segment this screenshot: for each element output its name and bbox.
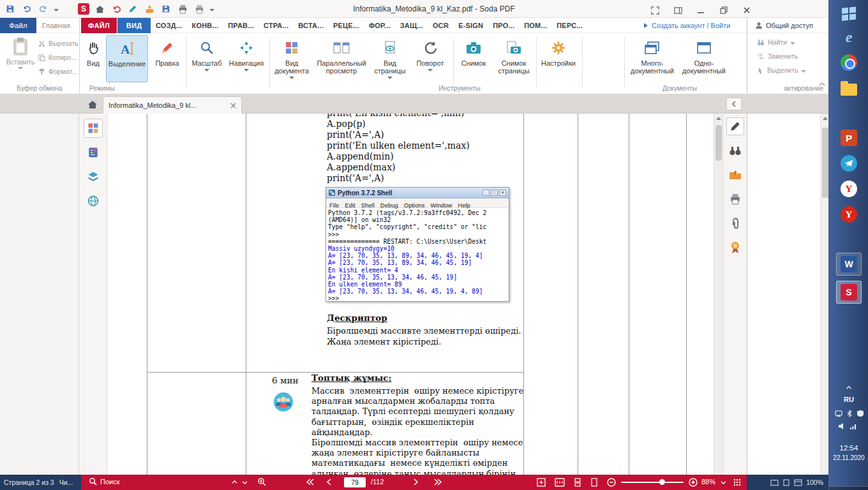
word-page-status[interactable]: Страница 2 из 3 xyxy=(4,479,54,486)
search-button[interactable]: Поиск xyxy=(89,477,119,486)
restore-button[interactable] xyxy=(717,4,730,17)
find-previous-icon[interactable] xyxy=(232,480,237,484)
fullscreen-icon[interactable] xyxy=(648,4,661,17)
word-paste-button[interactable]: Вставить xyxy=(5,36,36,82)
ribbon-select-button[interactable]: A Выделение xyxy=(106,35,148,82)
clock-time[interactable]: 12:54 xyxy=(829,444,868,452)
ribbon-tab[interactable]: ПОМ... xyxy=(524,18,547,33)
tray-expand-icon[interactable] xyxy=(846,385,852,390)
ribbon-page-view-button[interactable]: Вид страницы xyxy=(371,35,408,82)
qat-dropdown-caret-icon[interactable] xyxy=(54,9,59,11)
ribbon-tab[interactable]: ПРАВ... xyxy=(228,18,254,33)
qat-dropdown-caret-icon[interactable] xyxy=(209,9,214,11)
edit-pen-icon[interactable] xyxy=(126,3,139,15)
print-tool-button[interactable] xyxy=(726,190,744,208)
bluetooth-icon[interactable] xyxy=(846,410,853,417)
scrollbar-thumb[interactable] xyxy=(715,125,722,161)
language-indicator[interactable]: RU xyxy=(829,396,868,403)
account-link[interactable]: Создать аккаунт / Войти xyxy=(643,18,730,33)
actual-size-icon[interactable] xyxy=(555,478,565,487)
tab-file[interactable]: ФАЙЛ xyxy=(81,18,117,33)
shield-icon[interactable] xyxy=(857,410,864,417)
web-panel-button[interactable] xyxy=(84,191,103,211)
attachments-tool-button[interactable] xyxy=(726,214,744,232)
ribbon-tab[interactable]: E-SIGN xyxy=(458,18,483,33)
page-number-input[interactable] xyxy=(344,477,366,487)
certify-tool-button[interactable] xyxy=(726,239,744,256)
thumbnails-panel-button[interactable] xyxy=(84,119,103,138)
word-replace-button[interactable]: Заменить xyxy=(757,52,798,60)
zoom-level-label[interactable]: 88% xyxy=(701,478,715,486)
first-page-button[interactable] xyxy=(306,478,315,486)
zoom-search-icon[interactable] xyxy=(257,477,266,486)
taskbar-browser[interactable] xyxy=(836,51,862,74)
word-zoom-label[interactable]: 100% xyxy=(806,479,823,486)
volume-icon[interactable] xyxy=(838,422,846,430)
tab-view[interactable]: ВИД xyxy=(117,18,151,33)
zoom-slider-knob[interactable] xyxy=(659,479,665,485)
ribbon-document-view-button[interactable]: Вид документа xyxy=(272,35,311,82)
bookmarks-panel-button[interactable] xyxy=(84,143,103,162)
taskbar-file-explorer[interactable] xyxy=(836,77,862,100)
ribbon-zoom-button[interactable]: Масштаб xyxy=(189,35,225,82)
continuous-view-icon[interactable] xyxy=(574,478,581,487)
scroll-up-icon[interactable] xyxy=(823,117,828,120)
word-select-button[interactable]: Выделить xyxy=(757,66,806,74)
show-desktop-button[interactable] xyxy=(829,486,868,490)
ribbon-rotate-button[interactable]: Поворот xyxy=(410,35,451,82)
taskbar-powerpoint[interactable]: P xyxy=(836,126,862,149)
action-center-icon[interactable] xyxy=(835,410,842,417)
read-mode-icon[interactable] xyxy=(770,479,779,486)
word-file-tab[interactable]: Файл xyxy=(0,18,36,33)
ribbon-edit-button[interactable]: Правка xyxy=(151,35,184,82)
print-layout-icon[interactable] xyxy=(782,479,790,486)
ribbon-tab[interactable]: ВСТА... xyxy=(298,18,324,33)
close-button[interactable] xyxy=(740,4,753,17)
taskbar-telegram[interactable] xyxy=(836,152,862,175)
ribbon-single-document-button[interactable]: Одно-документный xyxy=(678,35,730,82)
taskbar-soda-pdf[interactable]: S xyxy=(836,281,862,304)
ribbon-tab[interactable]: РЕЦЕ... xyxy=(333,18,359,33)
zoom-out-button[interactable] xyxy=(607,478,616,487)
grid-menu-icon[interactable] xyxy=(733,479,741,486)
scroll-up-icon[interactable] xyxy=(716,117,721,120)
layers-panel-button[interactable] xyxy=(84,167,103,186)
taskbar-internet-explorer[interactable]: e xyxy=(836,26,862,48)
export-icon[interactable] xyxy=(143,3,156,15)
collapse-panel-button[interactable] xyxy=(726,98,742,110)
word-home-tab[interactable]: Главная xyxy=(38,18,74,33)
next-page-button[interactable] xyxy=(413,478,419,486)
ribbon-parallel-view-button[interactable]: Параллельный просмотр xyxy=(313,35,370,82)
web-layout-icon[interactable] xyxy=(794,479,802,486)
fit-page-icon[interactable] xyxy=(537,478,546,487)
find-next-icon[interactable] xyxy=(242,480,248,485)
word-share-button[interactable]: Общий доступ xyxy=(755,18,813,33)
export-tool-button[interactable] xyxy=(726,166,744,184)
ribbon-multi-document-button[interactable]: Много-документный xyxy=(628,35,677,82)
single-page-view-icon[interactable] xyxy=(590,478,598,487)
ribbon-tab[interactable]: ЗАЩ... xyxy=(400,18,423,33)
ribbon-tab[interactable]: ПРО... xyxy=(493,18,514,33)
minimize-button[interactable] xyxy=(694,4,707,17)
ribbon-tab[interactable]: СОЗД... xyxy=(156,18,183,33)
previous-page-button[interactable] xyxy=(326,478,332,486)
word-format-painter-button[interactable]: Формат... xyxy=(38,68,77,75)
ribbon-view-mode-button[interactable]: Вид xyxy=(82,35,105,82)
ribbon-snapshot-button[interactable]: Снимок xyxy=(456,35,491,82)
taskbar-word[interactable]: W xyxy=(836,253,862,276)
collapse-ribbon-icon[interactable] xyxy=(819,82,825,87)
ribbon-tab[interactable]: ФОР... xyxy=(369,18,391,33)
clock-date[interactable]: 22.11.2020 xyxy=(829,454,868,461)
ribbon-navigation-button[interactable]: Навигация xyxy=(226,35,267,82)
word-wordcount-status[interactable]: Чи... xyxy=(59,479,73,486)
ribbon-tab[interactable]: КОНВ... xyxy=(192,18,219,33)
home-tab-button[interactable] xyxy=(85,98,100,112)
save-icon[interactable] xyxy=(160,3,172,15)
word-find-button[interactable]: Найти xyxy=(757,38,795,46)
word-scrollbar[interactable] xyxy=(820,114,828,475)
close-tab-icon[interactable] xyxy=(230,103,236,108)
scrollbar-thumb[interactable] xyxy=(822,128,828,198)
search-tool-button[interactable] xyxy=(726,142,744,160)
undo-icon[interactable] xyxy=(110,3,123,15)
ribbon-tab[interactable]: СТРА... xyxy=(264,18,288,33)
